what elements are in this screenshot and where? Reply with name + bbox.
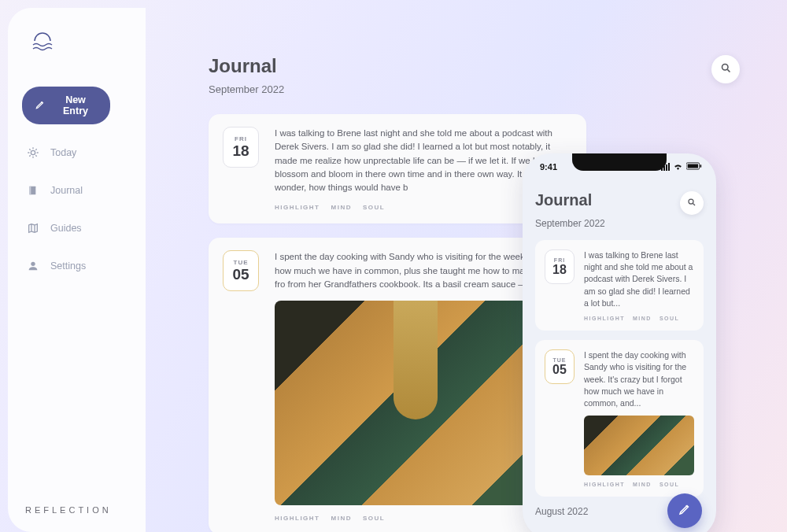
map-icon [27, 222, 39, 235]
tag: MIND [331, 515, 352, 522]
entry-day: 05 [552, 363, 567, 377]
tag: SOUL [363, 204, 385, 211]
pencil-icon [35, 99, 46, 113]
page-title: Journal [209, 55, 284, 77]
entry-dow: TUE [234, 259, 249, 266]
phone-notch [572, 153, 667, 171]
tag: HIGHLIGHT [275, 515, 320, 522]
sidebar: New Entry Today Journal Guides [8, 8, 146, 532]
tag: HIGHLIGHT [584, 482, 625, 487]
entry-date: FRI 18 [223, 127, 259, 168]
entry-dow: FRI [235, 135, 247, 142]
tag: MIND [331, 204, 352, 211]
svg-point-8 [689, 199, 693, 204]
search-icon [687, 196, 696, 210]
page-title: Journal [535, 191, 592, 209]
new-entry-button[interactable]: New Entry [22, 87, 110, 124]
mobile-frame: 9:41 Journal September 2022 FR [523, 153, 716, 532]
wifi-icon [673, 162, 683, 172]
new-entry-fab[interactable] [667, 493, 702, 528]
search-button[interactable] [711, 55, 740, 83]
person-icon [27, 260, 39, 272]
entry-day: 18 [232, 142, 249, 160]
entry-tags: HIGHLIGHT MIND SOUL [584, 316, 694, 321]
entry-day: 18 [552, 263, 567, 277]
entry-date: TUE 05 [223, 250, 259, 291]
search-button[interactable] [680, 191, 704, 215]
sidebar-item-guides[interactable]: Guides [27, 222, 131, 235]
svg-rect-2 [29, 187, 31, 195]
battery-icon [686, 162, 702, 172]
entry-tags: HIGHLIGHT MIND SOUL [584, 482, 694, 487]
month-heading: September 2022 [209, 83, 284, 95]
brand-wordmark: REFLECTION [22, 505, 131, 518]
app-logo [30, 30, 131, 55]
entry-date: TUE 05 [545, 349, 575, 384]
tag: SOUL [660, 482, 679, 487]
tag: SOUL [363, 515, 385, 522]
svg-rect-7 [700, 164, 702, 167]
sun-icon [27, 146, 39, 159]
tag: MIND [633, 482, 652, 487]
svg-point-4 [722, 64, 728, 70]
sidebar-item-today[interactable]: Today [27, 146, 131, 159]
book-icon [27, 184, 39, 197]
entry-day: 05 [232, 266, 249, 283]
journal-entry[interactable]: FRI 18 I was talking to Brene last night… [535, 240, 704, 331]
svg-rect-6 [688, 164, 698, 168]
sidebar-item-label: Guides [50, 223, 82, 234]
journal-entry[interactable]: TUE 05 I spent the day cooking with Sand… [535, 340, 704, 497]
sidebar-nav: Today Journal Guides Settings [22, 146, 131, 272]
tag: SOUL [660, 316, 679, 321]
sidebar-item-journal[interactable]: Journal [27, 184, 131, 197]
entry-date: FRI 18 [545, 249, 575, 284]
sidebar-item-label: Journal [50, 185, 83, 196]
sidebar-item-settings[interactable]: Settings [27, 260, 131, 272]
new-entry-label: New Entry [54, 94, 98, 116]
tag: HIGHLIGHT [584, 316, 625, 321]
status-time: 9:41 [540, 162, 557, 172]
entry-image [584, 416, 694, 475]
month-heading: September 2022 [535, 218, 704, 229]
entry-dow: TUE [553, 357, 567, 363]
entry-dow: FRI [554, 257, 565, 263]
svg-point-0 [31, 150, 35, 154]
entry-text: I was talking to Brene last night and sh… [584, 249, 694, 309]
svg-point-3 [31, 262, 35, 266]
entry-text: I spent the day cooking with Sandy who i… [584, 349, 694, 409]
tag: HIGHLIGHT [275, 204, 320, 211]
sidebar-item-label: Today [50, 147, 76, 158]
pencil-icon [678, 502, 692, 519]
search-icon [720, 62, 732, 77]
sidebar-item-label: Settings [50, 260, 86, 272]
tag: MIND [633, 316, 652, 321]
